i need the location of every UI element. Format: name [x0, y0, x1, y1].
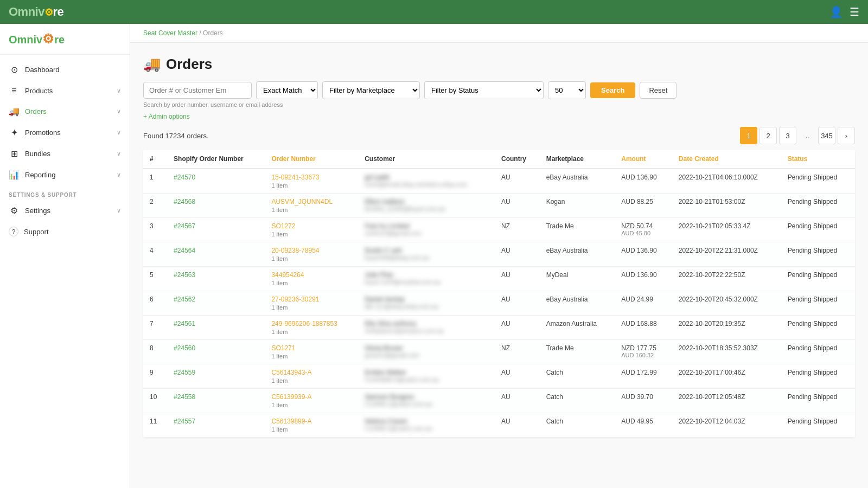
table-row: 3 #24567 SO1272 1 item Fast Au Limited n…	[143, 218, 855, 242]
sidebar-item-reporting[interactable]: 📊 Reporting ∨	[0, 164, 130, 185]
sidebar-item-settings[interactable]: ⚙ Settings ∨	[0, 200, 130, 221]
reset-button[interactable]: Reset	[640, 82, 676, 99]
cell-order-num: 15-09241-33673 1 item	[265, 169, 358, 194]
header-icons: 👤 ☰	[829, 5, 859, 18]
page-btn-3[interactable]: 3	[779, 127, 796, 144]
table-row: 4 #24564 20-09238-78954 1 item Dustin C …	[143, 242, 855, 267]
cell-order-num: 344954264 1 item	[265, 267, 358, 291]
table-header-row: # Shopify Order Number Order Number Cust…	[143, 150, 855, 169]
cell-marketplace: Kogan	[540, 194, 615, 218]
order-number-link[interactable]: SO1271	[271, 344, 295, 352]
order-number-link[interactable]: C56143943-A	[271, 369, 311, 376]
search-input[interactable]	[143, 82, 252, 99]
cell-marketplace: eBay Australia	[540, 169, 615, 194]
user-icon[interactable]: 👤	[829, 5, 843, 18]
status-badge: Pending Shipped	[788, 418, 837, 425]
col-shopify: Shopify Order Number	[167, 150, 265, 169]
order-number-link[interactable]: C56139899-A	[271, 418, 311, 425]
cell-shopify: #24568	[167, 194, 265, 218]
orders-table: # Shopify Order Number Order Number Cust…	[143, 150, 855, 438]
shopify-order-link[interactable]: #24564	[174, 247, 195, 254]
cell-shopify: #24560	[167, 340, 265, 364]
order-number-link[interactable]: C56139939-A	[271, 393, 311, 401]
order-number-link[interactable]: 20-09238-78954	[271, 247, 319, 254]
col-customer: Customer	[358, 150, 495, 169]
pagination: 1 2 3 .. 345 ›	[740, 127, 855, 144]
count-select[interactable]: 10 25 50 100	[548, 81, 586, 99]
sidebar: Omniv⚙re ⊙ Dashboard ≡ Products ∨ 🚚 Orde…	[0, 24, 130, 488]
sidebar-item-dashboard[interactable]: ⊙ Dashboard	[0, 59, 130, 80]
top-header: Omniv⚙re 👤 ☰	[0, 0, 868, 24]
cell-status: Pending Shipped	[781, 218, 855, 242]
shopify-order-link[interactable]: #24557	[174, 418, 195, 425]
sidebar-label-products: Products	[25, 87, 53, 95]
cell-status: Pending Shipped	[781, 169, 855, 194]
sidebar-item-promotions[interactable]: ✦ Promotions ∨	[0, 122, 130, 143]
status-badge: Pending Shipped	[788, 369, 837, 376]
page-next-btn[interactable]: ›	[838, 127, 855, 144]
page-btn-1[interactable]: 1	[740, 127, 757, 144]
cell-num: 9	[143, 364, 167, 389]
cell-customer: Samson Burgess C13490-1@catch.com.au	[358, 389, 495, 413]
chevron-orders: ∨	[117, 108, 121, 115]
cell-customer: Daniel dunlop dth.111@ebay.ebay.com.au	[358, 291, 495, 316]
order-number-link[interactable]: 15-09241-33673	[271, 174, 319, 181]
cell-country: AU	[495, 389, 540, 413]
cell-shopify: #24564	[167, 242, 265, 267]
menu-icon[interactable]: ☰	[850, 5, 859, 18]
logo: Omniv⚙re	[9, 5, 63, 19]
order-number-link[interactable]: 27-09236-30291	[271, 296, 319, 303]
admin-options-link[interactable]: + Admin options	[143, 113, 190, 120]
search-bar: Exact Match Partial Match Filter by Mark…	[143, 81, 855, 99]
order-number-link[interactable]: 249-9696206-1887853	[271, 320, 337, 328]
shopify-order-link[interactable]: #24563	[174, 271, 195, 279]
match-select[interactable]: Exact Match Partial Match	[256, 81, 318, 99]
cell-status: Pending Shipped	[781, 340, 855, 364]
sidebar-item-bundles[interactable]: ⊞ Bundles ∨	[0, 143, 130, 164]
cell-customer: grrt jadki some@email.ebay.members.ebay.…	[358, 169, 495, 194]
status-select[interactable]: Filter by Status Pending Shipped Shipped…	[424, 81, 544, 99]
table-row: 5 #24563 344954264 1 item Julie Phar buy…	[143, 267, 855, 291]
customer-name: grrt jadki	[365, 174, 390, 181]
shopify-order-link[interactable]: #24562	[174, 296, 195, 303]
customer-name: Ellice maltess	[365, 198, 404, 206]
shopify-order-link[interactable]: #24567	[174, 222, 195, 230]
dashboard-icon: ⊙	[9, 65, 20, 75]
search-button[interactable]: Search	[590, 82, 635, 98]
cell-customer: Ella Silva anthony m4rkplace1@amazon.com…	[358, 316, 495, 340]
sidebar-item-products[interactable]: ≡ Products ∨	[0, 80, 130, 101]
sidebar-item-orders[interactable]: 🚚 Orders ∨	[0, 101, 130, 122]
status-badge: Pending Shipped	[788, 247, 837, 254]
cell-status: Pending Shipped	[781, 413, 855, 438]
table-row: 2 #24568 AUSVM_JQUNN4DL 1 item Ellice ma…	[143, 194, 855, 218]
status-badge: Pending Shipped	[788, 271, 837, 279]
cell-order-num: SO1272 1 item	[265, 218, 358, 242]
marketplace-select[interactable]: Filter by Marketplace eBay Australia Ama…	[322, 81, 420, 99]
page-btn-2[interactable]: 2	[760, 127, 777, 144]
cell-num: 4	[143, 242, 167, 267]
customer-email: some@email.ebay.members.ebay.com	[365, 181, 488, 188]
shopify-order-link[interactable]: #24570	[174, 174, 195, 181]
cell-marketplace: eBay Australia	[540, 242, 615, 267]
sidebar-label-orders: Orders	[25, 107, 47, 115]
breadcrumb-parent[interactable]: Seat Cover Master	[143, 29, 197, 37]
cell-date: 2022-10-20T12:05:48Z	[672, 389, 781, 413]
order-number-link[interactable]: SO1272	[271, 222, 295, 230]
cell-order-num: 27-09236-30291 1 item	[265, 291, 358, 316]
shopify-order-link[interactable]: #24561	[174, 320, 195, 328]
table-row: 7 #24561 249-9696206-1887853 1 item Ella…	[143, 316, 855, 340]
cell-order-num: C56139899-A 1 item	[265, 413, 358, 438]
cell-date: 2022-10-20T20:19:35Z	[672, 316, 781, 340]
shopify-order-link[interactable]: #24560	[174, 344, 195, 352]
orders-icon: 🚚	[9, 106, 20, 117]
sidebar-item-support[interactable]: ? Support	[0, 221, 130, 242]
cell-num: 6	[143, 291, 167, 316]
shopify-order-link[interactable]: #24568	[174, 198, 195, 206]
order-number-link[interactable]: 344954264	[271, 271, 304, 279]
status-badge: Pending Shipped	[788, 174, 837, 181]
item-count: 1 item	[271, 304, 352, 311]
page-btn-last[interactable]: 345	[818, 127, 835, 144]
shopify-order-link[interactable]: #24559	[174, 369, 195, 376]
shopify-order-link[interactable]: #24558	[174, 393, 195, 401]
order-number-link[interactable]: AUSVM_JQUNN4DL	[271, 198, 333, 206]
